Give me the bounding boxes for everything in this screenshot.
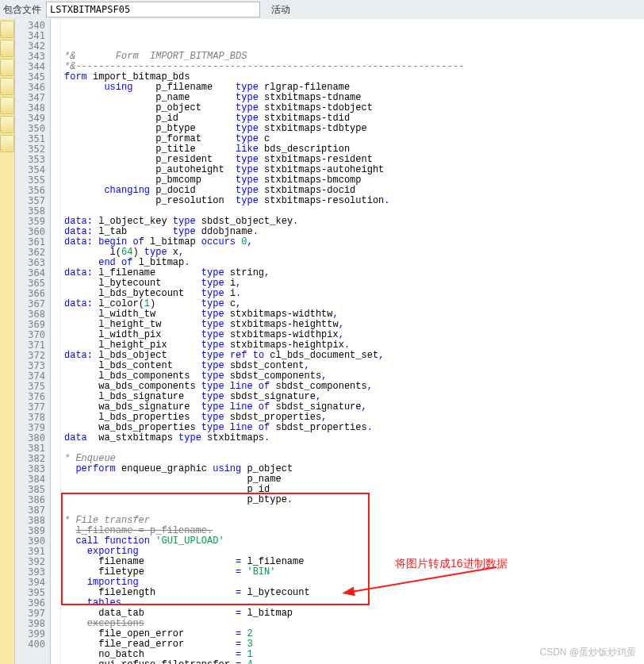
svg-line-0 xyxy=(351,567,496,592)
watermark: CSDN @蛋炒饭炒鸡蛋 xyxy=(539,646,636,659)
annotation-arrow xyxy=(0,0,644,664)
